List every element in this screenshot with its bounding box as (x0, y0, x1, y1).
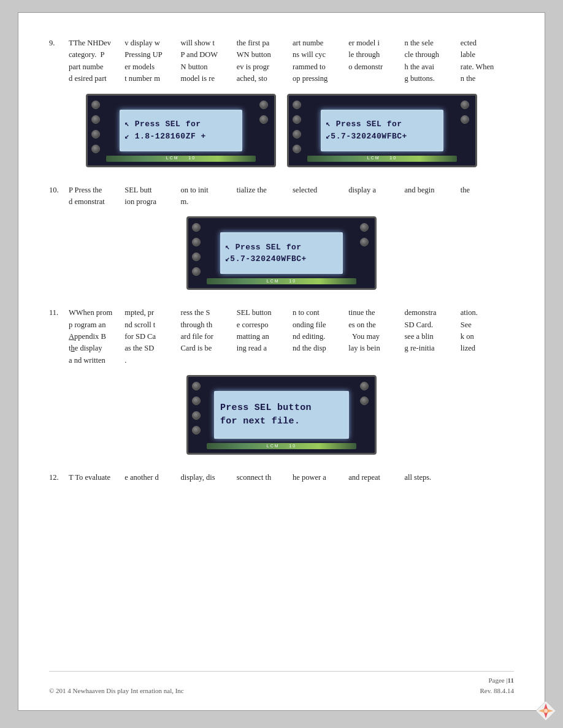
section-9-text: 9. TThe NHDevcategory. Ppart numbed esir… (49, 37, 514, 85)
page-footer: © 201 4 Newhaaven Dis play Int ernation … (49, 671, 514, 696)
knob-9 (293, 130, 301, 138)
footer-page: Pagee |11 Rev. 88.4.14 (480, 675, 514, 696)
knob-16 (192, 267, 201, 276)
knob-12 (461, 115, 469, 124)
section-10-col5: selected (290, 184, 346, 208)
logo-svg (535, 700, 557, 722)
section-12-col5: he power a (290, 472, 346, 483)
lcd-line2-4: for next file. (220, 415, 300, 429)
knob-14 (192, 238, 201, 246)
section-11-col4: SEL buttone correspomatting aning read a (234, 307, 290, 366)
section-9-images: ↖ Press SEL for ↙ 1.8-128160ZF + LCM 10 (49, 94, 514, 167)
knob-21 (192, 411, 201, 420)
knob-22 (192, 426, 201, 434)
knob-17 (360, 223, 369, 232)
lcd-bottom-2: LCM 10 (307, 156, 457, 162)
section-11-col3: ress the Sthrough thard file forCard is … (178, 307, 234, 366)
section-12-col7: all steps. (402, 472, 458, 483)
knob-19 (192, 382, 201, 390)
section-10-col6: display a (346, 184, 402, 208)
knob-4 (91, 145, 100, 153)
lcd-bottom-label-2: LCM 10 (367, 155, 397, 162)
lcd-bottom-4: LCM 10 (207, 443, 356, 449)
pcb-left-4 (192, 382, 203, 443)
footer-revision: Rev. 88.4.14 (480, 686, 514, 696)
section-9-col3: will show tP and DOWN buttonmodel is re (178, 37, 234, 85)
lcd-screen-1: ↖ Press SEL for ↙ 1.8-128160ZF + (120, 110, 242, 151)
lcd-display-1: ↖ Press SEL for ↙ 1.8-128160ZF + LCM 10 (86, 94, 276, 167)
knob-8 (293, 115, 301, 124)
section-10-col7: and begin (402, 184, 458, 208)
section-11-number: 11. (49, 307, 66, 366)
section-11-col1: WWhen promp rogram anAppendix Bthe displ… (66, 307, 122, 366)
lcd-line2-1: ↙ 1.8-128160ZF + (124, 131, 206, 143)
section-12-number: 12. (49, 472, 66, 483)
section-10-image: ↖ Press SEL for ↙5.7-320240WFBC+ LCM 10 (49, 216, 514, 290)
section-11-col8: ation.Seek onlized (458, 307, 514, 366)
knob-23 (360, 382, 369, 390)
footer-copyright: © 201 4 Newhaaven Dis play Int ernation … (49, 686, 184, 696)
section-12-col8 (458, 472, 514, 483)
knob-11 (461, 100, 469, 109)
lcd-bottom-label-3: LCM 10 (267, 278, 296, 285)
section-12-col2: e another d (122, 472, 178, 483)
section-10-number: 10. (49, 184, 66, 208)
pcb-left-3 (192, 223, 203, 284)
section-9-col6: er model ile througho demonstr (346, 37, 402, 85)
lcd-line2-2: ↙5.7-320240WFBC+ (326, 131, 407, 143)
section-10-col8: the (458, 184, 514, 208)
knob-15 (192, 252, 201, 261)
pcb-right-3 (360, 223, 371, 284)
pcb-left-1 (91, 100, 102, 162)
lcd-screen-2: ↖ Press SEL for ↙5.7-320240WFBC+ (321, 110, 443, 151)
lcd-bottom-label-4: LCM 10 (267, 443, 296, 450)
section-11-col5: n to contonding filend editing.nd the di… (290, 307, 346, 366)
lcd-line1-4: Press SEL button (220, 401, 312, 415)
lcd-line1-3: ↖ Press SEL for (225, 241, 302, 254)
section-11-image: Press SEL button for next file. LCM 10 (49, 375, 514, 455)
section-12-col1: T To evaluate (66, 472, 122, 483)
knob-1 (91, 100, 100, 109)
footer-page-label: Pagee | (488, 677, 507, 684)
svg-point-3 (544, 709, 548, 713)
section-12-col6: and repeat (346, 472, 402, 483)
section-10-col1: P Press thed emonstrat (66, 184, 122, 208)
page: 9. TThe NHDevcategory. Ppart numbed esir… (18, 12, 545, 711)
lcd-line2-3: ↙5.7-320240WFBC+ (225, 253, 307, 265)
section-11-col6: tinue thees on the You maylay is bein (346, 307, 402, 366)
pcb-right-4 (360, 382, 371, 443)
knob-2 (91, 115, 100, 124)
lcd-bottom-1: LCM 10 (106, 156, 256, 162)
lcd-line1-1: ↖ Press SEL for (124, 118, 201, 131)
knob-18 (360, 238, 369, 246)
knob-7 (293, 100, 301, 109)
section-11: 11. WWhen promp rogram anAppendix Bthe d… (49, 307, 514, 455)
lcd-display-2: ↖ Press SEL for ↙5.7-320240WFBC+ LCM 10 (287, 94, 477, 167)
section-12: 12. T To evaluate e another d display, d… (49, 472, 514, 483)
section-10-col2: SEL buttion progra (122, 184, 178, 208)
pcb-right-2 (461, 100, 472, 162)
section-10: 10. P Press thed emonstrat SEL buttion p… (49, 184, 514, 290)
knob-20 (192, 396, 201, 405)
section-12-col3: display, dis (178, 472, 234, 483)
section-12-col4: sconnect th (234, 472, 290, 483)
section-9-col5: art numbens will cycrammed toop pressing (290, 37, 346, 85)
section-9-col7: n the selecle throughh the avaig buttons… (402, 37, 458, 85)
lcd-screen-4: Press SEL button for next file. (214, 391, 349, 439)
lcd-display-4: Press SEL button for next file. LCM 10 (186, 375, 377, 455)
section-11-col7: demonstraSD Card.see a bling re-initia (402, 307, 458, 366)
pcb-left-2 (293, 100, 304, 162)
section-9-col1: TThe NHDevcategory. Ppart numbed esired … (66, 37, 122, 85)
section-11-text: 11. WWhen promp rogram anAppendix Bthe d… (49, 307, 514, 366)
section-11-col2: mpted, prnd scroll tfor SD Caas the SD. (122, 307, 178, 366)
footer-page-number: 11 (508, 677, 514, 684)
section-10-col3: on to initm. (178, 184, 234, 208)
knob-3 (91, 130, 100, 138)
section-9-col2: v display wPressing UPer modelst number … (122, 37, 178, 85)
section-10-text: 10. P Press thed emonstrat SEL buttion p… (49, 184, 514, 208)
lcd-line1-2: ↖ Press SEL for (326, 118, 402, 131)
section-9-col8: ectedlablerate. Whenn the (458, 37, 514, 85)
knob-10 (293, 145, 301, 153)
knob-6 (259, 115, 268, 124)
section-9: 9. TThe NHDevcategory. Ppart numbed esir… (49, 37, 514, 167)
